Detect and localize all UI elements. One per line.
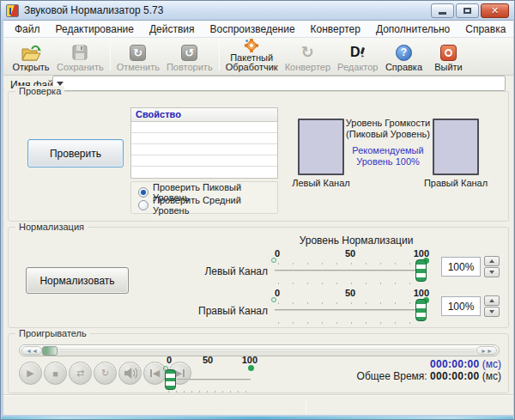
right-spin-buttons xyxy=(484,295,500,317)
seek-handle[interactable] xyxy=(42,346,58,356)
title-bar: Звуковой Нормализатор 5.73 ✕ xyxy=(1,1,514,20)
radio-average-label: Проверить Средний Уровень xyxy=(153,195,277,216)
editor-label: Редактор xyxy=(337,63,378,72)
chevron-up-icon xyxy=(489,299,494,302)
left-channel-slider: 0 50 100 xyxy=(275,248,426,286)
total-time-row: Общее Время: 000:00:00 (мс) xyxy=(270,370,501,382)
player-group: Проигрыватель ◄◄ ►► ▶ ■ ⇄ ↻ ◀ ▶ xyxy=(8,333,509,393)
volume-slider: 0 50 100 xyxy=(165,355,251,393)
radio-selected-icon[interactable] xyxy=(138,187,148,198)
editor-button[interactable]: D Редактор xyxy=(334,39,381,72)
toolbar-separator xyxy=(219,41,220,70)
converter-button[interactable]: ↻ Конвертер xyxy=(282,39,334,72)
menu-file[interactable]: Файл xyxy=(7,21,48,37)
play-button[interactable]: ▶ xyxy=(19,362,42,385)
speaker-icon xyxy=(123,367,137,380)
seek-forward-button[interactable]: ►► xyxy=(476,346,497,355)
left-channel-slider-label: Левый Канал xyxy=(182,265,268,277)
left-spin-buttons xyxy=(484,256,500,277)
help-label: Справка xyxy=(385,63,422,72)
table-row xyxy=(131,155,277,167)
spin-down-button[interactable] xyxy=(484,307,500,317)
skip-back-button[interactable]: ◀ xyxy=(143,362,167,385)
slider-track[interactable] xyxy=(275,309,426,311)
save-button[interactable]: Сохранить xyxy=(53,39,107,72)
meter-title-line1: Уровень Громкости xyxy=(343,118,433,129)
seek-bar[interactable]: ◄◄ ►► xyxy=(19,344,500,356)
check-group: Проверка Проверить Свойство Проверить Пи… xyxy=(8,91,509,222)
slider-handle[interactable] xyxy=(415,259,427,282)
stop-icon: ■ xyxy=(52,368,58,379)
loop-icon: ⇄ xyxy=(76,368,84,379)
toolbar-separator xyxy=(110,41,111,70)
undo-button[interactable]: ↻ Отменить xyxy=(113,39,163,72)
spin-up-button[interactable] xyxy=(484,256,500,266)
toolbar: Открыть Сохранить ↻ xyxy=(3,38,513,76)
menu-edit[interactable]: Редактирование xyxy=(48,21,142,37)
exit-button[interactable]: Выйти xyxy=(426,39,470,72)
menu-extra[interactable]: Дополнительно xyxy=(368,21,457,37)
open-button[interactable]: Открыть xyxy=(9,39,53,72)
redo-button[interactable]: ↺ Повторить xyxy=(163,39,216,72)
open-label: Открыть xyxy=(12,63,49,72)
normalize-button[interactable]: Нормализовать xyxy=(26,267,129,294)
right-channel-slider: 0 50 100 xyxy=(275,288,426,326)
slider-end-marker xyxy=(248,365,254,371)
maximize-button[interactable] xyxy=(456,3,479,18)
help-button[interactable]: ? Справка xyxy=(381,39,426,72)
close-button[interactable]: ✕ xyxy=(481,3,509,18)
converter-label: Конвертер xyxy=(285,63,330,72)
recommended-line1: Рекомендуемый xyxy=(343,145,433,156)
player-group-label: Проигрыватель xyxy=(15,328,90,339)
normalization-group: Нормализация Нормализовать Уровень Норма… xyxy=(8,227,509,328)
slider-start-marker xyxy=(271,258,276,263)
normalization-level-title: Уровень Нормализации xyxy=(258,234,455,247)
volume-handle[interactable] xyxy=(165,369,176,390)
tick-0: 0 xyxy=(167,355,172,365)
minimize-button[interactable] xyxy=(431,3,454,18)
right-channel-spinbox[interactable]: 100% xyxy=(441,296,481,316)
client-area: Файл Редактирование Действия Воспроизвед… xyxy=(3,20,513,415)
menu-help[interactable]: Справка xyxy=(457,21,513,37)
right-channel-slider-label: Правый Канал xyxy=(182,305,268,317)
table-row xyxy=(131,133,277,144)
left-channel-spinbox[interactable]: 100% xyxy=(441,257,481,277)
slider-track[interactable] xyxy=(275,270,426,271)
batch-processor-button[interactable]: Пакетный Обработчик xyxy=(222,39,282,72)
redo-label: Повторить xyxy=(167,63,213,72)
property-table-header: Свойство xyxy=(131,108,277,122)
tick-100: 100 xyxy=(242,355,258,365)
slider-handle[interactable] xyxy=(415,299,427,321)
current-time-row: 000:00:00 (мс) xyxy=(270,358,501,370)
chevron-down-icon[interactable] xyxy=(57,82,64,86)
menu-converter[interactable]: Конвертер xyxy=(303,21,368,37)
redo-arrow-icon: ↺ xyxy=(181,43,197,62)
loop-button[interactable]: ⇄ xyxy=(69,362,92,385)
time-display: 000:00:00 (мс) Общее Время: 000:00:00 (м… xyxy=(270,358,501,382)
convert-arrows-icon: ↻ xyxy=(301,43,314,62)
undo-arrow-icon: ↻ xyxy=(130,43,146,62)
stop-button[interactable]: ■ xyxy=(44,362,67,385)
chevron-down-icon xyxy=(489,310,494,313)
check-group-label: Проверка xyxy=(15,86,64,97)
meter-title-line2: (Пиковый Уровень) xyxy=(343,129,433,140)
spin-up-button[interactable] xyxy=(484,295,500,306)
editor-d-icon: D xyxy=(350,43,366,62)
menu-playback[interactable]: Воспроизведение xyxy=(203,21,303,37)
play-icon: ▶ xyxy=(27,368,33,379)
property-table[interactable]: Свойство xyxy=(130,107,278,179)
radio-average-level[interactable]: Проверить Средний Уровень xyxy=(138,198,277,211)
repeat-button[interactable]: ↻ xyxy=(94,362,117,385)
volume-track[interactable] xyxy=(177,379,251,380)
filename-combobox[interactable] xyxy=(52,76,506,91)
menu-actions[interactable]: Действия xyxy=(142,21,203,37)
status-bar xyxy=(3,394,513,415)
seek-forward-icon: ►► xyxy=(481,348,493,354)
radio-unselected-icon[interactable] xyxy=(138,200,148,210)
batch-processor-label: Пакетный Обработчик xyxy=(226,53,278,72)
seek-back-button[interactable]: ◄◄ xyxy=(21,346,42,355)
check-button[interactable]: Проверить xyxy=(27,139,124,167)
volume-button[interactable] xyxy=(118,362,142,385)
spin-down-button[interactable] xyxy=(484,267,500,277)
current-time-unit: (мс) xyxy=(479,358,501,370)
